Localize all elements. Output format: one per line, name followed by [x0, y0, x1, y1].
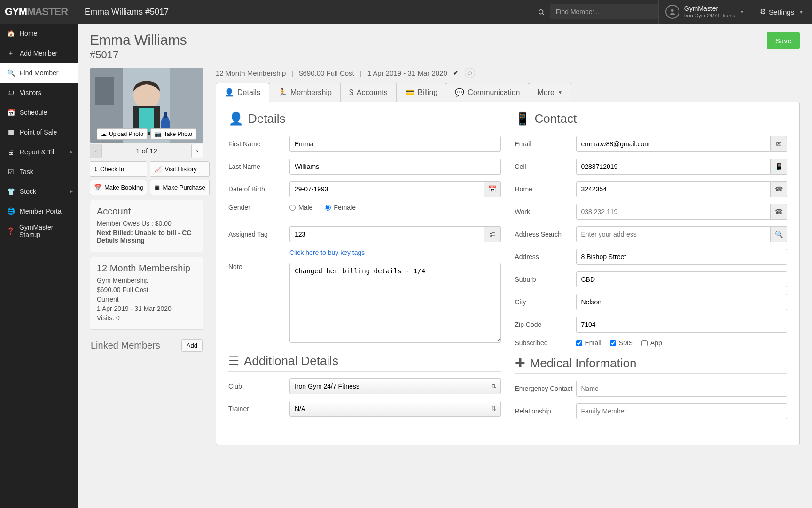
calendar-icon[interactable]: 📅	[484, 181, 501, 197]
address-field[interactable]	[576, 249, 788, 265]
tag-icon: 🏷	[7, 89, 15, 96]
trainer-select[interactable]	[289, 401, 501, 417]
chat-icon: 💬	[455, 88, 464, 97]
tab-billing[interactable]: 💳Billing	[396, 83, 447, 102]
user-icon: 👤	[225, 88, 234, 97]
home-icon: 🏠	[7, 30, 15, 37]
nav-add-member[interactable]: ＋Add Member	[0, 43, 78, 63]
emergency-contact-field[interactable]	[576, 381, 788, 397]
city-field[interactable]	[576, 294, 788, 310]
phone-icon[interactable]: ☎	[771, 204, 787, 220]
subscribed-sms-checkbox[interactable]: SMS	[610, 339, 633, 347]
last-name-field[interactable]	[289, 159, 501, 175]
work-phone-field[interactable]	[576, 204, 771, 220]
suburb-field[interactable]	[576, 271, 788, 287]
membership-summary: 12 Month Membership| $690.00 Full Cost| …	[216, 68, 800, 78]
nav-startup[interactable]: ❓GymMaster Startup	[0, 221, 78, 241]
chevron-right-icon: ▶	[70, 150, 73, 154]
address-search-field[interactable]	[576, 226, 771, 242]
upload-photo-button[interactable]: ☁Upload Photo	[97, 128, 148, 140]
nav-stock[interactable]: 👕Stock▶	[0, 182, 78, 201]
nav-pos[interactable]: ▦Point of Sale	[0, 122, 78, 142]
nav-report-till[interactable]: 🖨Report & Till▶	[0, 142, 78, 162]
nav-home[interactable]: 🏠Home	[0, 24, 78, 43]
emoji-button[interactable]: ☺	[465, 68, 475, 78]
chevron-down-icon: ▼	[558, 90, 562, 95]
chevron-right-icon: ▶	[70, 189, 73, 194]
page-title: Emma Williams #5017	[78, 7, 169, 17]
check-icon: ✔	[453, 69, 459, 77]
report-icon: 🖨	[7, 148, 15, 156]
account-card[interactable]: Account Member Owes Us : $0.00 Next Bill…	[90, 200, 203, 252]
home-phone-field[interactable]	[576, 181, 771, 197]
app-logo: GYMMASTER	[0, 0, 78, 24]
nav-member-portal[interactable]: 🌐Member Portal	[0, 201, 78, 221]
tab-membership[interactable]: 🏃Membership	[269, 83, 341, 102]
make-booking-button[interactable]: 📅Make Booking	[90, 180, 147, 195]
email-field[interactable]	[576, 136, 771, 152]
user-subtitle: Iron Gym 24/7 Fitness	[684, 13, 735, 19]
gender-female-radio[interactable]: Female	[325, 204, 356, 211]
tab-accounts[interactable]: $Accounts	[340, 83, 397, 102]
svg-point-0	[539, 10, 543, 14]
cell-field[interactable]	[576, 159, 771, 175]
medical-icon: ✚	[515, 356, 525, 371]
linked-members-title: Linked Members	[91, 340, 160, 351]
svg-rect-6	[95, 77, 114, 105]
cloud-upload-icon: ☁	[101, 131, 107, 137]
device-icon: 📱	[515, 111, 530, 126]
search-icon[interactable]: 🔍	[771, 226, 787, 242]
tab-communication[interactable]: 💬Communication	[446, 83, 529, 102]
photo-next-button[interactable]: ›	[191, 144, 203, 158]
settings-menu[interactable]: ⚙ Settings ▼	[751, 0, 812, 24]
subscribed-app-checkbox[interactable]: App	[641, 339, 662, 347]
chart-icon: 📈	[154, 166, 162, 173]
calendar-icon: 📅	[94, 184, 102, 191]
user-name: GymMaster	[684, 5, 735, 13]
subscribed-email-checkbox[interactable]: Email	[576, 339, 601, 347]
photo-prev-button[interactable]: ‹	[90, 144, 102, 158]
zip-field[interactable]	[576, 317, 788, 333]
membership-card[interactable]: 12 Month Membership Gym Membership $690.…	[90, 257, 203, 330]
first-name-field[interactable]	[289, 136, 501, 152]
camera-icon: 📷	[155, 131, 162, 137]
envelope-icon[interactable]: ✉	[771, 136, 787, 152]
user-menu[interactable]: GymMaster Iron Gym 24/7 Fitness ▼	[658, 0, 751, 24]
mobile-icon[interactable]: 📱	[771, 159, 787, 175]
search-icon: 🔍	[7, 69, 15, 77]
search-input[interactable]	[550, 4, 658, 19]
check-in-button[interactable]: ⤵Check In	[90, 161, 147, 177]
dollar-icon: $	[349, 88, 353, 97]
photo-pager: 1 of 12	[136, 147, 157, 155]
take-photo-button[interactable]: 📷Take Photo	[150, 128, 196, 140]
gender-male-radio[interactable]: Male	[289, 204, 312, 211]
user-icon: 👤	[228, 111, 243, 126]
chevron-down-icon: ▼	[799, 9, 804, 15]
club-select[interactable]	[289, 378, 501, 394]
nav-find-member[interactable]: 🔍Find Member	[0, 63, 78, 83]
relationship-field[interactable]	[576, 403, 788, 419]
tab-details[interactable]: 👤Details	[216, 83, 269, 102]
run-icon: 🏃	[278, 88, 287, 97]
add-linked-member-button[interactable]: Add	[181, 339, 203, 352]
member-name: Emma Williams	[90, 32, 187, 48]
assigned-tag-field[interactable]	[289, 226, 484, 242]
avatar-icon	[665, 5, 679, 19]
visit-history-button[interactable]: 📈Visit History	[150, 161, 209, 177]
tag-icon[interactable]: 🏷	[484, 226, 501, 242]
make-purchase-button[interactable]: ▦Make Purchase	[150, 180, 209, 195]
grid-icon: ▦	[7, 128, 15, 136]
nav-task[interactable]: ☑Task	[0, 162, 78, 182]
nav-visitors[interactable]: 🏷Visitors	[0, 83, 78, 103]
grid-icon: ▦	[154, 184, 160, 191]
note-field[interactable]	[289, 263, 501, 343]
tab-more[interactable]: More ▼	[529, 83, 571, 102]
list-icon: ☰	[228, 354, 239, 368]
save-button[interactable]: Save	[767, 32, 800, 49]
search-icon[interactable]	[532, 8, 550, 16]
card-icon: 💳	[405, 88, 414, 97]
phone-icon[interactable]: ☎	[771, 181, 787, 197]
dob-field[interactable]	[289, 181, 484, 197]
nav-schedule[interactable]: 📅Schedule	[0, 103, 78, 122]
buy-key-tags-link[interactable]: Click here to buy key tags	[289, 249, 365, 256]
